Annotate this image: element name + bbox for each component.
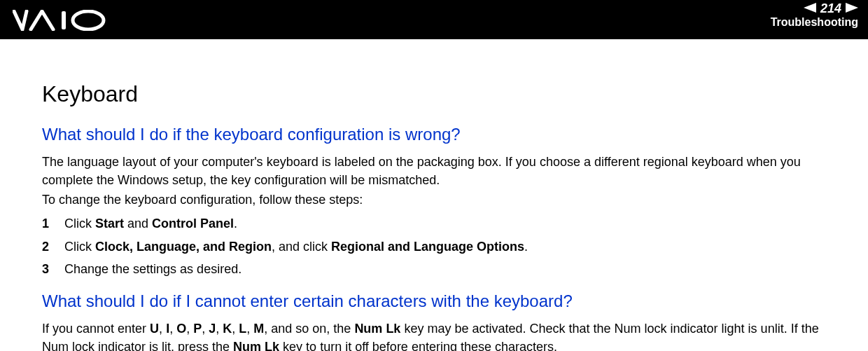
page-nav-block: 214 Troubleshooting xyxy=(771,1,858,29)
vaio-logo xyxy=(13,10,111,34)
section-name: Troubleshooting xyxy=(771,16,858,29)
svg-point-1 xyxy=(73,11,104,29)
q1-paragraph-1: The language layout of your computer's k… xyxy=(42,153,826,189)
page-title: Keyboard xyxy=(42,78,826,110)
svg-rect-0 xyxy=(62,11,66,29)
step-1: Click Start and Control Panel. xyxy=(42,214,826,233)
q1-steps: Click Start and Control Panel. Click Clo… xyxy=(42,214,826,277)
header-bar: 214 Troubleshooting xyxy=(0,0,868,39)
step-2: Click Clock, Language, and Region, and c… xyxy=(42,238,826,256)
q1-paragraph-2: To change the keyboard configuration, fo… xyxy=(42,191,826,209)
svg-marker-3 xyxy=(846,3,858,13)
q2-paragraph: If you cannot enter U, I, O, P, J, K, L,… xyxy=(42,319,826,351)
question-1-heading: What should I do if the keyboard configu… xyxy=(42,123,826,147)
content-area: Keyboard What should I do if the keyboar… xyxy=(0,39,868,351)
page-number: 214 xyxy=(820,1,841,16)
svg-marker-2 xyxy=(804,3,816,13)
question-2-heading: What should I do if I cannot enter certa… xyxy=(42,289,826,314)
nav-next-icon[interactable] xyxy=(846,3,858,15)
step-3: Change the settings as desired. xyxy=(42,260,826,278)
nav-prev-icon[interactable] xyxy=(804,3,816,15)
